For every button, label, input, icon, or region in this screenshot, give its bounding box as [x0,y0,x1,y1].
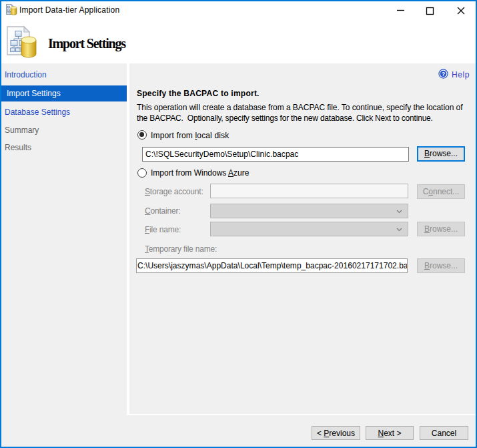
svg-text:?: ? [442,71,445,77]
